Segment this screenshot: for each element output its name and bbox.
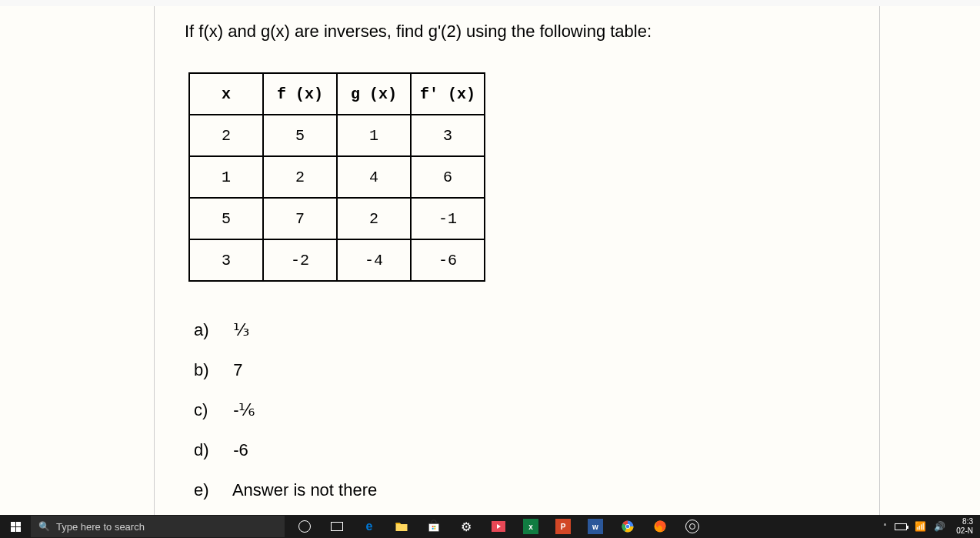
slideshow-button[interactable]	[482, 515, 515, 538]
table-row: 3 -2 -4 -6	[189, 239, 485, 281]
firefox-icon	[653, 520, 667, 533]
option-label: e)	[194, 480, 228, 500]
cell: 6	[411, 156, 485, 198]
date-text: 02-N	[956, 526, 973, 536]
cell: -2	[263, 239, 337, 281]
header-gx: g (x)	[337, 73, 411, 115]
cell: -1	[411, 198, 485, 239]
cell: -6	[411, 239, 485, 281]
windows-icon	[11, 522, 21, 532]
search-icon: 🔍	[38, 521, 50, 532]
store-button[interactable]	[418, 515, 450, 538]
battery-icon[interactable]	[895, 523, 907, 530]
left-divider	[154, 6, 155, 515]
task-view-icon	[331, 522, 343, 531]
start-button[interactable]	[0, 515, 31, 538]
option-text: 7	[233, 360, 242, 379]
option-b[interactable]: b) 7	[194, 360, 880, 380]
answer-options: a) ⅓ b) 7 c) -⅙ d) -6 e) Answer is not t…	[194, 320, 880, 500]
word-icon: w	[588, 519, 603, 534]
cell: 5	[263, 115, 337, 156]
file-explorer-button[interactable]	[385, 515, 418, 538]
cortana-button[interactable]	[288, 515, 321, 538]
search-placeholder: Type here to search	[56, 521, 145, 533]
table-row: 2 5 1 3	[189, 115, 485, 156]
word-button[interactable]: w	[579, 515, 612, 538]
header-fx: f (x)	[263, 73, 337, 115]
option-c[interactable]: c) -⅙	[194, 400, 880, 420]
cell: 1	[337, 115, 411, 156]
slideshow-icon	[492, 521, 505, 532]
cell: 5	[189, 198, 263, 239]
speaker-icon[interactable]: 🔊	[934, 521, 945, 532]
option-label: d)	[194, 440, 228, 460]
task-view-button[interactable]	[321, 515, 353, 538]
option-d[interactable]: d) -6	[194, 440, 880, 460]
cell: 3	[411, 115, 485, 156]
show-hidden-icons[interactable]: ˄	[883, 523, 887, 531]
excel-button[interactable]: x	[515, 515, 547, 538]
option-text: -6	[233, 440, 248, 459]
cell: 7	[263, 198, 337, 239]
option-text: -⅙	[233, 400, 255, 419]
option-text: Answer is not there	[232, 480, 377, 500]
system-tray: ˄ 📶 🔊 8:3 02-N	[883, 517, 980, 536]
browser-top-edge	[0, 0, 980, 6]
windows-taskbar: 🔍 Type here to search e ⚙ x P	[0, 515, 980, 538]
option-label: a)	[194, 320, 228, 340]
svg-rect-4	[434, 528, 435, 530]
edge-icon: e	[366, 520, 373, 533]
chrome-button[interactable]	[612, 515, 644, 538]
taskbar-apps: e ⚙ x P w	[288, 515, 708, 538]
folder-icon	[395, 520, 408, 533]
cell: 2	[337, 198, 411, 239]
function-table: x f (x) g (x) f' (x) 2 5 1 3 1 2 4 6 5 7	[188, 72, 485, 282]
svg-rect-0	[428, 523, 439, 532]
svg-rect-2	[434, 526, 435, 527]
cell: 3	[189, 239, 263, 281]
table-row: 5 7 2 -1	[189, 198, 485, 239]
cortana-icon	[298, 520, 311, 533]
firefox-button[interactable]	[644, 515, 676, 538]
option-label: b)	[194, 360, 228, 380]
camera-button[interactable]	[676, 515, 708, 538]
header-x: x	[189, 73, 263, 115]
table-header-row: x f (x) g (x) f' (x)	[189, 73, 485, 115]
settings-button[interactable]: ⚙	[450, 515, 482, 538]
svg-rect-3	[432, 528, 434, 530]
taskbar-search[interactable]: 🔍 Type here to search	[31, 516, 285, 537]
option-e[interactable]: e) Answer is not there	[194, 480, 880, 500]
gear-icon: ⚙	[461, 520, 472, 534]
chrome-icon	[621, 520, 635, 533]
powerpoint-button[interactable]: P	[547, 515, 579, 538]
option-label: c)	[194, 400, 228, 420]
cell: 2	[189, 115, 263, 156]
cell: 2	[263, 156, 337, 198]
wifi-icon[interactable]: 📶	[915, 521, 926, 532]
excel-icon: x	[523, 519, 538, 534]
question-content: If f(x) and g(x) are inverses, find g'(2…	[185, 22, 880, 515]
camera-icon	[685, 520, 699, 533]
cell: 1	[189, 156, 263, 198]
svg-rect-1	[432, 526, 434, 527]
option-a[interactable]: a) ⅓	[194, 320, 880, 340]
option-text: ⅓	[233, 320, 249, 339]
question-text: If f(x) and g(x) are inverses, find g'(2…	[185, 22, 880, 42]
edge-button[interactable]: e	[353, 515, 385, 538]
svg-point-8	[626, 525, 630, 529]
cell: -4	[337, 239, 411, 281]
time-text: 8:3	[956, 517, 973, 526]
store-icon	[427, 520, 441, 533]
header-fprime: f' (x)	[411, 73, 485, 115]
table-row: 1 2 4 6	[189, 156, 485, 198]
powerpoint-icon: P	[555, 519, 571, 534]
cell: 4	[337, 156, 411, 198]
clock[interactable]: 8:3 02-N	[953, 517, 976, 536]
